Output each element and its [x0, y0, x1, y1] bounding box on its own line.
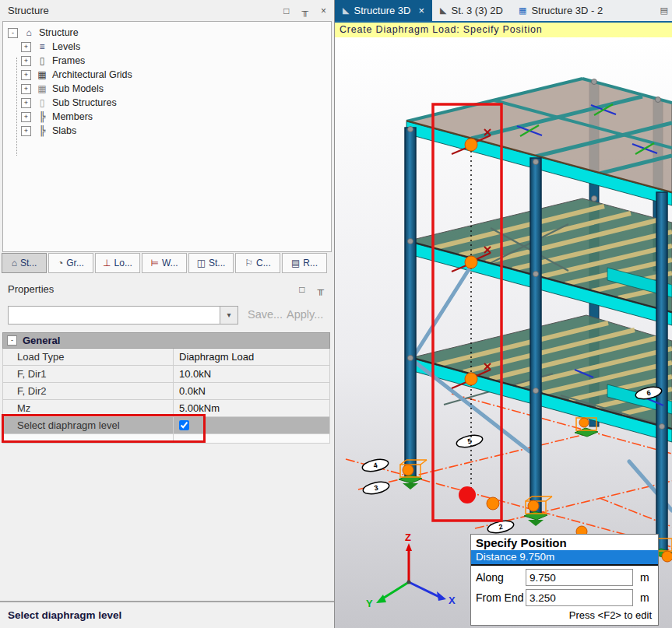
- expand-box[interactable]: +: [21, 56, 31, 66]
- y-axis-label: Y: [366, 598, 373, 609]
- groups-tab-icon: ◔: [58, 258, 63, 268]
- general-section-header[interactable]: - General: [2, 332, 330, 349]
- dock-tab-structure[interactable]: ⌂ St...: [2, 253, 47, 273]
- popup-footer-hint: Press <F2> to edit: [471, 606, 658, 625]
- z-axis-label: Z: [405, 532, 411, 543]
- tree-connector-line: [16, 58, 17, 156]
- levels-icon: ≡: [35, 41, 49, 52]
- structure-panel-titlebar: Structure □ ╥ ×: [0, 0, 334, 21]
- command-prompt-bar: Create Diaphragm Load: Specify Position: [335, 23, 672, 37]
- save-button[interactable]: Save...: [248, 308, 283, 321]
- along-unit: m: [640, 571, 649, 584]
- left-dock-column: Structure □ ╥ × - ⌂ Structure + ≡ Levels…: [0, 0, 335, 628]
- frames-icon: ▯: [35, 55, 49, 66]
- structure-tree: - ⌂ Structure + ≡ Levels + ▯ Frames + ▦ …: [2, 21, 332, 252]
- properties-panel-title: Properties: [8, 283, 54, 295]
- application-window: Structure □ ╥ × - ⌂ Structure + ≡ Levels…: [0, 0, 672, 628]
- from-end-label: From End: [476, 591, 526, 604]
- expand-box[interactable]: +: [21, 70, 31, 80]
- tab-structure-3d[interactable]: ◣ Structure 3D ×: [335, 0, 432, 21]
- structure-icon: ⌂: [22, 27, 36, 38]
- expand-box[interactable]: +: [21, 42, 31, 52]
- dock-tab-loading[interactable]: ⊥ Lo...: [95, 253, 140, 273]
- wind-tab-icon: ⊨: [150, 258, 158, 268]
- property-row-select-diaphragm-level[interactable]: Select diaphragm level: [2, 417, 330, 434]
- select-diaphragm-level-checkbox[interactable]: [179, 420, 189, 430]
- dock-tab-combinations[interactable]: ⚐ C...: [235, 253, 280, 273]
- property-row-load-type[interactable]: Load Type Diaphragm Load: [2, 349, 330, 366]
- view-tab-bar: ◣ Structure 3D × ◣ St. 3 (3) 2D ▦ Struct…: [335, 0, 672, 23]
- dock-tab-reports[interactable]: ▤ R...: [282, 253, 327, 273]
- restore-icon[interactable]: □: [283, 6, 289, 16]
- collapse-box[interactable]: -: [7, 335, 17, 346]
- along-input[interactable]: [526, 569, 633, 586]
- specify-position-popup: Specify Position Distance 9.750m Along m…: [470, 534, 659, 626]
- reports-tab-icon: ▤: [291, 258, 300, 268]
- along-row: Along m: [471, 566, 658, 586]
- pin-icon[interactable]: ╥: [301, 6, 308, 16]
- set-square-icon: ◣: [343, 5, 349, 16]
- hint-text: Select diaphragm level: [8, 609, 334, 621]
- tree-item-architectural-grids[interactable]: + ▦ Architectural Grids: [21, 68, 331, 82]
- stages-tab-icon: ◫: [197, 258, 206, 268]
- dock-tab-bar: ⌂ St... ◔ Gr... ⊥ Lo... ⊨ W... ◫ St... ⚐…: [2, 253, 327, 273]
- set-square-icon: ◣: [440, 5, 446, 16]
- from-end-row: From End m: [471, 586, 658, 606]
- distance-highlight-row[interactable]: Distance 9.750m: [471, 550, 658, 566]
- expand-box[interactable]: +: [21, 98, 31, 108]
- expand-box[interactable]: +: [21, 84, 31, 94]
- sub-structures-icon: ▯: [35, 97, 49, 108]
- tree-item-levels[interactable]: + ≡ Levels: [21, 40, 331, 54]
- dock-tab-groups[interactable]: ◔ Gr...: [48, 253, 93, 273]
- properties-panel-titlebar: Properties □ ╥ ×: [0, 279, 350, 300]
- members-icon: ╠: [35, 111, 49, 122]
- along-label: Along: [476, 571, 526, 584]
- expand-box[interactable]: +: [21, 112, 31, 122]
- property-row-empty: [2, 434, 330, 444]
- tree-item-frames[interactable]: + ▯ Frames: [21, 54, 331, 68]
- apply-button[interactable]: Apply...: [287, 308, 323, 321]
- structure-panel-title: Structure: [8, 5, 49, 16]
- structure-tab-icon: ⌂: [12, 258, 17, 268]
- tree-item-structure[interactable]: - ⌂ Structure: [8, 26, 331, 40]
- from-end-input[interactable]: [526, 589, 633, 606]
- chart-view-icon: ▦: [519, 5, 526, 16]
- current-snap-point: [459, 486, 476, 503]
- tree-item-members[interactable]: + ╠ Members: [21, 110, 331, 124]
- tab-structure-3d-2[interactable]: ▦ Structure 3D - 2: [511, 0, 610, 21]
- slabs-icon: ╠: [35, 125, 49, 136]
- close-tab-icon[interactable]: ×: [418, 5, 424, 16]
- tree-item-sub-structures[interactable]: + ▯ Sub Structures: [21, 96, 331, 110]
- popup-title: Specify Position: [471, 535, 658, 550]
- x-axis-label: X: [449, 595, 456, 606]
- property-row-f-dir2[interactable]: F, Dir2 0.0kN: [2, 383, 330, 400]
- pin-icon[interactable]: ╥: [317, 285, 324, 294]
- architectural-grids-icon: ▦: [35, 69, 49, 80]
- property-preset-combobox[interactable]: ▾: [8, 306, 238, 325]
- hint-bar: Select diaphragm level: [0, 601, 334, 628]
- property-row-f-dir1[interactable]: F, Dir1 10.0kN: [2, 366, 330, 383]
- sub-models-icon: ▦: [35, 83, 49, 94]
- tab-st3-2d[interactable]: ◣ St. 3 (3) 2D: [432, 0, 511, 21]
- tree-item-slabs[interactable]: + ╠ Slabs: [21, 124, 331, 138]
- property-grid: - General Load Type Diaphragm Load F, Di…: [2, 332, 330, 444]
- from-end-unit: m: [640, 591, 649, 604]
- close-icon[interactable]: ×: [321, 6, 326, 16]
- property-row-mz[interactable]: Mz 5.00kNm: [2, 400, 330, 417]
- dock-tab-wind[interactable]: ⊨ W...: [142, 253, 187, 273]
- expand-box[interactable]: +: [21, 126, 31, 136]
- tab-list-icon[interactable]: ▤: [660, 5, 672, 16]
- chevron-down-icon[interactable]: ▾: [220, 307, 237, 324]
- dock-tab-stages[interactable]: ◫ St...: [188, 253, 234, 273]
- combinations-tab-icon: ⚐: [245, 258, 253, 268]
- loading-tab-icon: ⊥: [103, 258, 111, 268]
- tree-item-sub-models[interactable]: + ▦ Sub Models: [21, 82, 331, 96]
- collapse-box[interactable]: -: [8, 28, 18, 38]
- restore-icon[interactable]: □: [299, 285, 304, 294]
